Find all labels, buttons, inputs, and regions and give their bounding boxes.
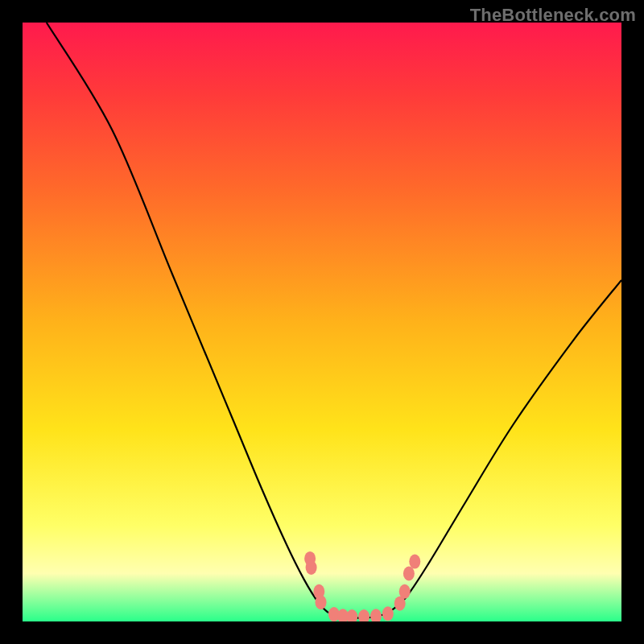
marker-dot [399, 584, 411, 599]
plot-area [23, 23, 621, 621]
watermark-text: TheBottleneck.com [470, 5, 636, 26]
marker-dot [382, 606, 394, 621]
marker-dot [306, 560, 317, 575]
marker-dot [358, 609, 369, 621]
marker-dot [370, 609, 382, 621]
curve-layer [23, 23, 621, 621]
marker-group [304, 551, 420, 621]
marker-dot [346, 609, 357, 621]
curve-left-branch [47, 23, 328, 613]
marker-dot [316, 595, 327, 609]
chart-stage: TheBottleneck.com [0, 0, 644, 644]
curve-right-branch [388, 280, 621, 613]
marker-dot [409, 555, 420, 569]
marker-dot [403, 567, 415, 581]
